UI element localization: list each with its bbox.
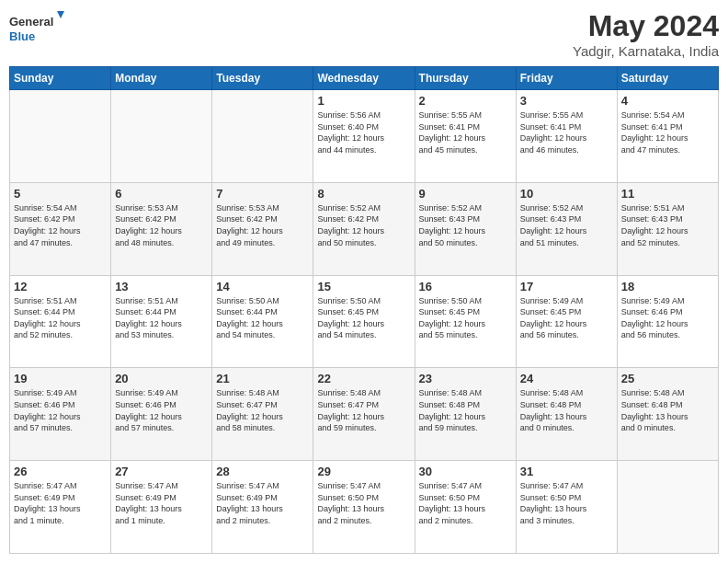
cell-info-text: Sunrise: 5:48 AM Sunset: 6:47 PM Dayligh… xyxy=(317,387,410,433)
week-row-1: 1Sunrise: 5:56 AM Sunset: 6:40 PM Daylig… xyxy=(10,90,719,183)
cell-info-text: Sunrise: 5:48 AM Sunset: 6:48 PM Dayligh… xyxy=(621,387,714,433)
cell-3-0: 19Sunrise: 5:49 AM Sunset: 6:46 PM Dayli… xyxy=(10,368,111,461)
col-wednesday: Wednesday xyxy=(313,67,415,90)
cell-date-number: 26 xyxy=(14,465,107,478)
cell-1-1: 6Sunrise: 5:53 AM Sunset: 6:42 PM Daylig… xyxy=(111,182,212,275)
cell-4-6 xyxy=(617,461,718,554)
main-title: May 2024 xyxy=(573,9,719,43)
cell-date-number: 14 xyxy=(216,280,309,293)
cell-date-number: 23 xyxy=(419,372,512,385)
cell-info-text: Sunrise: 5:48 AM Sunset: 6:48 PM Dayligh… xyxy=(520,387,613,433)
cell-3-3: 22Sunrise: 5:48 AM Sunset: 6:47 PM Dayli… xyxy=(313,368,415,461)
cell-4-2: 28Sunrise: 5:47 AM Sunset: 6:49 PM Dayli… xyxy=(212,461,313,554)
cell-date-number: 30 xyxy=(419,465,512,478)
cell-date-number: 10 xyxy=(520,187,613,201)
cell-date-number: 21 xyxy=(216,372,309,385)
cell-date-number: 12 xyxy=(14,280,107,293)
calendar-table: Sunday Monday Tuesday Wednesday Thursday… xyxy=(9,66,719,554)
cell-3-5: 24Sunrise: 5:48 AM Sunset: 6:48 PM Dayli… xyxy=(516,368,617,461)
cell-3-6: 25Sunrise: 5:48 AM Sunset: 6:48 PM Dayli… xyxy=(617,368,718,461)
cell-date-number: 22 xyxy=(317,372,410,385)
cell-info-text: Sunrise: 5:50 AM Sunset: 6:45 PM Dayligh… xyxy=(317,295,410,341)
header-row: Sunday Monday Tuesday Wednesday Thursday… xyxy=(10,67,719,90)
cell-date-number: 5 xyxy=(14,187,107,201)
cell-date-number: 2 xyxy=(419,94,512,108)
cell-date-number: 8 xyxy=(317,187,410,201)
cell-4-0: 26Sunrise: 5:47 AM Sunset: 6:49 PM Dayli… xyxy=(10,461,111,554)
cell-date-number: 24 xyxy=(520,372,613,385)
cell-3-2: 21Sunrise: 5:48 AM Sunset: 6:47 PM Dayli… xyxy=(212,368,313,461)
svg-text:General: General xyxy=(9,15,53,29)
cell-info-text: Sunrise: 5:54 AM Sunset: 6:41 PM Dayligh… xyxy=(621,109,714,155)
col-tuesday: Tuesday xyxy=(212,67,313,90)
col-friday: Friday xyxy=(516,67,617,90)
cell-info-text: Sunrise: 5:54 AM Sunset: 6:42 PM Dayligh… xyxy=(14,202,107,248)
cell-date-number: 3 xyxy=(520,94,613,108)
cell-date-number: 1 xyxy=(317,94,410,108)
cell-0-0 xyxy=(10,90,111,183)
cell-info-text: Sunrise: 5:47 AM Sunset: 6:49 PM Dayligh… xyxy=(14,480,107,526)
cell-1-3: 8Sunrise: 5:52 AM Sunset: 6:42 PM Daylig… xyxy=(313,182,415,275)
cell-date-number: 31 xyxy=(520,465,613,478)
cell-2-6: 18Sunrise: 5:49 AM Sunset: 6:46 PM Dayli… xyxy=(617,275,718,368)
svg-text:Blue: Blue xyxy=(9,29,35,43)
logo-svg: General Blue xyxy=(9,9,64,46)
week-row-2: 5Sunrise: 5:54 AM Sunset: 6:42 PM Daylig… xyxy=(10,182,719,275)
cell-date-number: 16 xyxy=(419,280,512,293)
cell-info-text: Sunrise: 5:50 AM Sunset: 6:45 PM Dayligh… xyxy=(419,295,512,341)
cell-date-number: 7 xyxy=(216,187,309,201)
subtitle: Yadgir, Karnataka, India xyxy=(573,43,719,59)
cell-info-text: Sunrise: 5:51 AM Sunset: 6:44 PM Dayligh… xyxy=(115,295,208,341)
cell-date-number: 25 xyxy=(621,372,714,385)
cell-info-text: Sunrise: 5:49 AM Sunset: 6:45 PM Dayligh… xyxy=(520,295,613,341)
cell-1-6: 11Sunrise: 5:51 AM Sunset: 6:43 PM Dayli… xyxy=(617,182,718,275)
cell-2-3: 15Sunrise: 5:50 AM Sunset: 6:45 PM Dayli… xyxy=(313,275,415,368)
cell-date-number: 20 xyxy=(115,372,208,385)
cell-info-text: Sunrise: 5:55 AM Sunset: 6:41 PM Dayligh… xyxy=(419,109,512,155)
cell-info-text: Sunrise: 5:52 AM Sunset: 6:43 PM Dayligh… xyxy=(419,202,512,248)
week-row-4: 19Sunrise: 5:49 AM Sunset: 6:46 PM Dayli… xyxy=(10,368,719,461)
logo: General Blue xyxy=(9,9,64,46)
cell-date-number: 27 xyxy=(115,465,208,478)
week-row-3: 12Sunrise: 5:51 AM Sunset: 6:44 PM Dayli… xyxy=(10,275,719,368)
cell-info-text: Sunrise: 5:47 AM Sunset: 6:50 PM Dayligh… xyxy=(520,480,613,526)
cell-info-text: Sunrise: 5:53 AM Sunset: 6:42 PM Dayligh… xyxy=(216,202,309,248)
cell-date-number: 13 xyxy=(115,280,208,293)
cell-date-number: 4 xyxy=(621,94,714,108)
cell-info-text: Sunrise: 5:49 AM Sunset: 6:46 PM Dayligh… xyxy=(14,387,107,433)
cell-2-1: 13Sunrise: 5:51 AM Sunset: 6:44 PM Dayli… xyxy=(111,275,212,368)
cell-2-0: 12Sunrise: 5:51 AM Sunset: 6:44 PM Dayli… xyxy=(10,275,111,368)
cell-date-number: 6 xyxy=(115,187,208,201)
page: General Blue May 2024 Yadgir, Karnataka,… xyxy=(0,0,728,563)
cell-0-4: 2Sunrise: 5:55 AM Sunset: 6:41 PM Daylig… xyxy=(415,90,516,183)
cell-date-number: 15 xyxy=(317,280,410,293)
cell-info-text: Sunrise: 5:53 AM Sunset: 6:42 PM Dayligh… xyxy=(115,202,208,248)
cell-date-number: 11 xyxy=(621,187,714,201)
cell-date-number: 28 xyxy=(216,465,309,478)
cell-1-4: 9Sunrise: 5:52 AM Sunset: 6:43 PM Daylig… xyxy=(415,182,516,275)
cell-1-0: 5Sunrise: 5:54 AM Sunset: 6:42 PM Daylig… xyxy=(10,182,111,275)
cell-info-text: Sunrise: 5:47 AM Sunset: 6:50 PM Dayligh… xyxy=(419,480,512,526)
title-block: May 2024 Yadgir, Karnataka, India xyxy=(573,9,719,59)
col-thursday: Thursday xyxy=(415,67,516,90)
cell-info-text: Sunrise: 5:52 AM Sunset: 6:43 PM Dayligh… xyxy=(520,202,613,248)
cell-date-number: 19 xyxy=(14,372,107,385)
cell-0-1 xyxy=(111,90,212,183)
cell-0-6: 4Sunrise: 5:54 AM Sunset: 6:41 PM Daylig… xyxy=(617,90,718,183)
cell-0-2 xyxy=(212,90,313,183)
cell-date-number: 9 xyxy=(419,187,512,201)
cell-date-number: 18 xyxy=(621,280,714,293)
svg-marker-2 xyxy=(57,11,64,18)
cell-1-2: 7Sunrise: 5:53 AM Sunset: 6:42 PM Daylig… xyxy=(212,182,313,275)
cell-date-number: 29 xyxy=(317,465,410,478)
cell-2-5: 17Sunrise: 5:49 AM Sunset: 6:45 PM Dayli… xyxy=(516,275,617,368)
cell-info-text: Sunrise: 5:55 AM Sunset: 6:41 PM Dayligh… xyxy=(520,109,613,155)
cell-0-5: 3Sunrise: 5:55 AM Sunset: 6:41 PM Daylig… xyxy=(516,90,617,183)
cell-2-2: 14Sunrise: 5:50 AM Sunset: 6:44 PM Dayli… xyxy=(212,275,313,368)
cell-2-4: 16Sunrise: 5:50 AM Sunset: 6:45 PM Dayli… xyxy=(415,275,516,368)
cell-4-4: 30Sunrise: 5:47 AM Sunset: 6:50 PM Dayli… xyxy=(415,461,516,554)
cell-info-text: Sunrise: 5:47 AM Sunset: 6:49 PM Dayligh… xyxy=(216,480,309,526)
calendar-body: 1Sunrise: 5:56 AM Sunset: 6:40 PM Daylig… xyxy=(10,90,719,554)
col-saturday: Saturday xyxy=(617,67,718,90)
cell-info-text: Sunrise: 5:49 AM Sunset: 6:46 PM Dayligh… xyxy=(621,295,714,341)
